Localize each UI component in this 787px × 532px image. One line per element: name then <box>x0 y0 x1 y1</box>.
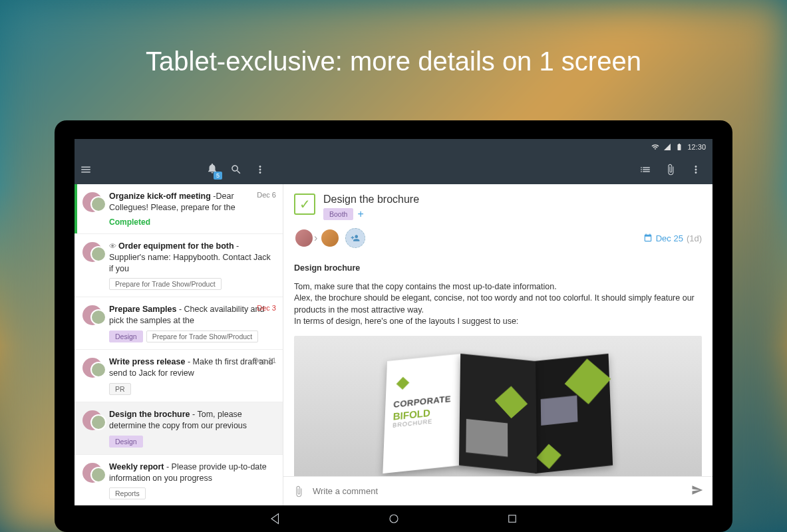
app-toolbar: 5 <box>75 155 712 184</box>
attached-image[interactable]: CORPORATE BIFOLD BROCHURE <box>294 336 702 477</box>
svg-point-0 <box>390 515 398 523</box>
assignee-avatars[interactable]: › <box>294 228 337 248</box>
task-title: Design the brochure - Tom, please determ… <box>109 409 275 432</box>
avatar <box>82 192 102 212</box>
eye-icon: 👁 <box>109 242 116 250</box>
task-title: Weekly report - Please provide up-to-dat… <box>109 462 275 484</box>
due-duration: (1d) <box>687 233 702 243</box>
send-icon <box>691 484 703 496</box>
recent-icon[interactable] <box>506 513 518 525</box>
android-statusbar: 12:30 <box>75 139 712 155</box>
task-title: Organize kick-off meeting -Dear Collegue… <box>109 191 275 213</box>
due-date-text: Dec 25 <box>656 233 683 243</box>
avatar <box>82 305 102 325</box>
task-item[interactable]: Organize kick-off meeting -Dear Collegue… <box>75 184 283 234</box>
signal-icon <box>663 143 671 151</box>
task-status: Completed <box>109 217 275 227</box>
calendar-icon <box>643 233 653 243</box>
notification-badge: 5 <box>214 172 222 180</box>
tag[interactable]: Design <box>109 331 143 342</box>
svg-rect-1 <box>508 515 516 523</box>
send-button[interactable] <box>691 484 703 499</box>
android-navbar <box>75 505 712 532</box>
task-item[interactable]: Prepare Samples - Check availability and… <box>75 297 283 350</box>
statusbar-time: 12:30 <box>687 143 706 151</box>
tag[interactable]: Design <box>109 436 143 448</box>
task-item[interactable]: 👁Order equipment for the both - Supplier… <box>75 234 283 298</box>
wifi-icon <box>651 143 659 151</box>
task-item[interactable]: Weekly report - Please provide up-to-dat… <box>75 455 283 505</box>
task-date: Dec 11 <box>253 356 276 364</box>
search-icon[interactable] <box>230 164 242 176</box>
detail-tag[interactable]: Booth <box>323 208 353 220</box>
task-date: Dec 3 <box>257 304 276 312</box>
attach-icon[interactable] <box>293 485 305 497</box>
task-item[interactable]: Design the brochure - Tom, please determ… <box>75 402 283 455</box>
comment-input[interactable] <box>313 486 683 496</box>
battery-icon <box>675 143 683 151</box>
desc-body: Tom, make sure that the copy contains th… <box>294 281 702 328</box>
task-title: Write press release - Make th first draf… <box>109 356 275 379</box>
avatar <box>82 463 102 483</box>
add-assignee-button[interactable] <box>345 228 365 248</box>
task-title: Prepare Samples - Check availability and… <box>109 304 275 327</box>
overflow-icon[interactable] <box>254 164 266 176</box>
tag[interactable]: PR <box>109 383 131 395</box>
avatar <box>82 358 102 378</box>
tag[interactable]: Prepare for Trade Show/Product <box>146 331 259 342</box>
detail-title: Design the brochure <box>323 194 419 205</box>
task-item[interactable]: Write press release - Make th first draf… <box>75 350 283 402</box>
task-list[interactable]: Organize kick-off meeting -Dear Collegue… <box>75 184 283 505</box>
overflow-detail-icon[interactable] <box>690 164 702 176</box>
due-date-button[interactable]: Dec 25 (1d) <box>643 233 702 243</box>
chevron-right-icon: › <box>314 232 317 244</box>
add-tag-button[interactable]: + <box>357 208 363 220</box>
task-date: Dec 6 <box>257 191 276 199</box>
task-detail-panel: ✓ Design the brochure Booth + › <box>283 184 712 505</box>
hero-text: Tablet-exclusive: more details on 1 scre… <box>0 47 787 76</box>
description: Design brochure Tom, make sure that the … <box>283 256 712 476</box>
notifications-button[interactable]: 5 <box>206 162 218 177</box>
task-title: 👁Order equipment for the both - Supplier… <box>109 241 275 275</box>
avatar <box>82 242 102 262</box>
tag[interactable]: Prepare for Trade Show/Product <box>109 278 222 290</box>
avatar <box>320 228 340 248</box>
home-icon[interactable] <box>388 513 400 525</box>
person-add-icon <box>351 233 360 243</box>
tablet-frame: 12:30 5 Organize kick <box>55 120 732 532</box>
menu-icon[interactable] <box>80 164 92 176</box>
comment-composer <box>283 476 712 505</box>
complete-checkbox[interactable]: ✓ <box>294 194 315 215</box>
tag[interactable]: Reports <box>109 487 146 499</box>
desc-title: Design brochure <box>294 263 702 275</box>
avatar <box>294 228 314 248</box>
avatar <box>82 410 102 430</box>
attachment-add-icon[interactable] <box>665 164 677 176</box>
list-icon[interactable] <box>639 164 651 176</box>
back-icon[interactable] <box>269 513 281 525</box>
